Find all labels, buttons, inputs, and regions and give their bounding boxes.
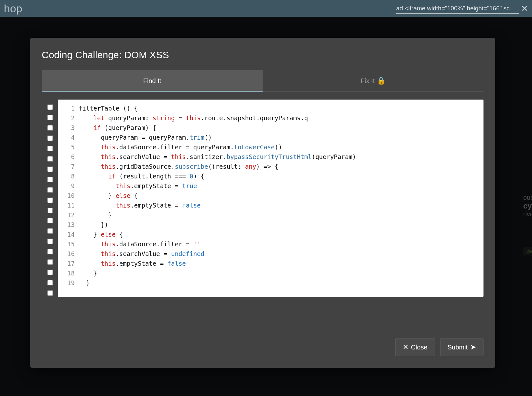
code-line[interactable]: 3 if (queryParam) { [58, 123, 483, 133]
line-checkbox[interactable] [47, 270, 53, 275]
line-number: 4 [58, 133, 79, 142]
line-checkbox[interactable] [47, 228, 53, 234]
line-code: } [79, 278, 90, 288]
line-checkbox[interactable] [47, 290, 53, 296]
button-label: Submit [448, 344, 468, 351]
lock-icon: 🔒 [377, 77, 385, 85]
code-line[interactable]: 16 this.searchValue = undefined [58, 249, 483, 259]
code-line[interactable]: 1filterTable () { [58, 103, 483, 113]
button-label: Close [411, 344, 428, 351]
line-checkbox[interactable] [47, 259, 53, 265]
line-checkbox[interactable] [47, 218, 53, 223]
line-code: queryParam = queryParam.trim() [79, 133, 212, 142]
line-checkbox[interactable] [47, 156, 53, 162]
line-checkbox[interactable] [47, 104, 53, 110]
line-code: this.emptyState = false [79, 200, 201, 210]
code-line[interactable]: 17 this.emptyState = false [58, 259, 483, 268]
tab-find-it[interactable]: Find It [42, 70, 263, 91]
line-code: this.searchValue = undefined [79, 249, 204, 259]
line-number: 1 [58, 103, 79, 113]
code-line[interactable]: 18 } [58, 268, 483, 278]
code-area: 1filterTable () {2 let queryParam: strin… [58, 100, 483, 297]
code-line[interactable]: 10 } else { [58, 191, 483, 200]
close-icon[interactable]: ✕ [521, 4, 528, 14]
challenge-dialog: Coding Challenge: DOM XSS Find It Fix It… [30, 38, 495, 368]
code-line[interactable]: 13 }) [58, 220, 483, 230]
dialog-footer: ✕ Close Submit ➤ [42, 338, 483, 356]
line-checkbox[interactable] [47, 135, 53, 141]
line-number: 7 [58, 162, 79, 171]
line-checkbox[interactable] [47, 208, 53, 213]
line-checkbox[interactable] [47, 249, 53, 254]
line-number: 11 [58, 200, 79, 210]
line-code: this.searchValue = this.sanitizer.bypass… [79, 152, 356, 162]
line-code: this.emptyState = true [79, 181, 197, 191]
line-code: let queryParam: string = this.route.snap… [79, 113, 308, 123]
line-code: } else { [79, 191, 138, 200]
code-line[interactable]: 12 } [58, 210, 483, 220]
line-code: filterTable () { [79, 103, 138, 113]
code-line[interactable]: 5 this.dataSource.filter = queryParam.to… [58, 142, 483, 152]
code-line[interactable]: 6 this.searchValue = this.sanitizer.bypa… [58, 152, 483, 162]
line-number: 18 [58, 268, 79, 278]
line-checkbox[interactable] [47, 239, 53, 244]
code-line[interactable]: 11 this.emptyState = false [58, 200, 483, 210]
code-line[interactable]: 14 } else { [58, 230, 483, 239]
line-number: 2 [58, 113, 79, 123]
line-number: 17 [58, 259, 79, 268]
line-code: if (queryParam) { [79, 123, 156, 133]
line-checkbox[interactable] [47, 166, 53, 172]
line-code: }) [79, 220, 108, 230]
line-code: this.dataSource.filter = '' [79, 239, 201, 249]
line-number: 6 [58, 152, 79, 162]
line-number: 5 [58, 142, 79, 152]
line-number: 14 [58, 230, 79, 239]
line-checkbox[interactable] [47, 198, 53, 203]
submit-button[interactable]: Submit ➤ [440, 338, 483, 356]
line-checkbox[interactable] [47, 177, 53, 182]
line-checkbox[interactable] [47, 115, 53, 120]
line-code: this.dataSource.filter = queryParam.toLo… [79, 142, 282, 152]
line-checkbox[interactable] [47, 187, 53, 193]
line-code: this.gridDataSource.subscribe((result: a… [79, 162, 278, 171]
code-line[interactable]: 2 let queryParam: string = this.route.sn… [58, 113, 483, 123]
line-checkbox-column [42, 100, 58, 297]
code-line[interactable]: 4 queryParam = queryParam.trim() [58, 133, 483, 142]
tab-label: Find It [143, 77, 161, 85]
line-code: this.emptyState = false [79, 259, 186, 268]
search-input[interactable] [396, 4, 519, 14]
line-number: 3 [58, 123, 79, 133]
line-code: } [79, 268, 97, 278]
code-panel: 1filterTable () {2 let queryParam: strin… [42, 100, 483, 297]
code-line[interactable]: 7 this.gridDataSource.subscribe((result:… [58, 162, 483, 171]
send-icon: ➤ [470, 343, 476, 351]
line-number: 8 [58, 171, 79, 181]
line-checkbox[interactable] [47, 280, 53, 285]
topbar: hop ✕ [0, 0, 532, 17]
line-number: 19 [58, 278, 79, 288]
close-icon: ✕ [403, 343, 408, 351]
close-button[interactable]: ✕ Close [395, 338, 435, 356]
search-area: ✕ [396, 4, 528, 14]
line-code: } [79, 210, 112, 220]
line-number: 12 [58, 210, 79, 220]
code-line[interactable]: 15 this.dataSource.filter = '' [58, 239, 483, 249]
brand-fragment: hop [4, 2, 22, 15]
line-code: if (result.length === 0) { [79, 171, 204, 181]
code-line[interactable]: 19 } [58, 278, 483, 288]
tab-fix-it[interactable]: Fix It 🔒 [263, 70, 483, 91]
line-number: 9 [58, 181, 79, 191]
line-checkbox[interactable] [47, 125, 53, 131]
line-code: } else { [79, 230, 123, 239]
tab-label: Fix It [361, 77, 375, 85]
tab-bar: Find It Fix It 🔒 [42, 70, 483, 92]
code-line[interactable]: 9 this.emptyState = true [58, 181, 483, 191]
line-number: 15 [58, 239, 79, 249]
dialog-title: Coding Challenge: DOM XSS [42, 49, 483, 60]
line-number: 13 [58, 220, 79, 230]
line-number: 16 [58, 249, 79, 259]
code-line[interactable]: 8 if (result.length === 0) { [58, 171, 483, 181]
line-number: 10 [58, 191, 79, 200]
line-checkbox[interactable] [47, 146, 53, 151]
